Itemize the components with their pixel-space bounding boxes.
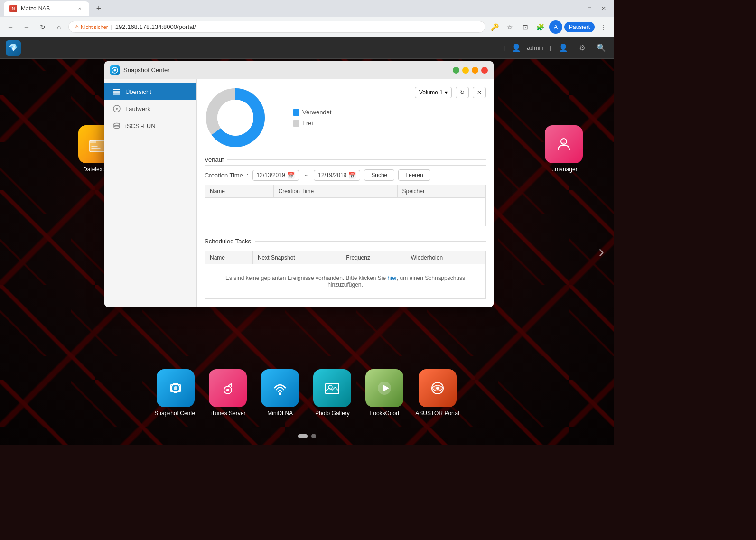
forward-button[interactable]: → [20,20,33,34]
svg-point-52 [217,100,253,136]
calendar-from-icon[interactable]: 📅 [287,172,295,179]
portal-bar: 💎 | 👤 admin | 👤 ⚙ 🔍 [0,37,614,59]
page-dot-2[interactable] [311,434,316,438]
portal-settings-icon[interactable]: ⚙ [576,41,589,55]
snapshot-title-icon [110,65,120,75]
scheduled-header: Scheduled Tasks [205,234,486,247]
window-close-button[interactable]: ✕ [597,2,610,15]
tab-close-button[interactable]: × [76,5,84,12]
paused-button[interactable]: Pausiert [564,22,595,32]
portal-search-icon[interactable]: 🔍 [595,41,608,55]
app-label-snapshot: Snapshot Center [154,410,197,417]
donut-chart [205,87,266,149]
svg-point-49 [114,126,120,129]
snapshot-body: Übersicht Laufwerk iSCSI-L [104,79,494,307]
svg-rect-41 [113,89,120,90]
browser-window: N Matze-NAS × + — □ ✕ ← → ↻ ⌂ ⚠ Nicht si… [0,0,614,445]
tab-favicon: N [9,5,17,12]
svg-point-45 [116,108,118,110]
extensions-button[interactable]: 🧩 [534,20,547,34]
reload-button[interactable]: ↻ [36,20,49,34]
app-img-photo [313,369,351,407]
volume-select[interactable]: Volume 1 ▾ [415,87,452,98]
refresh-button[interactable]: ↻ [456,87,469,98]
app-label-manager: ...manager [550,166,577,173]
verlauf-empty-row [205,198,486,226]
middle-app-row-right: ...manager [542,125,585,173]
window-controls: — □ ✕ [569,2,610,15]
iscsi-icon [112,121,121,130]
app-icon-dlna[interactable]: MiniDLNA [259,369,301,417]
sched-col-name: Name [205,251,253,264]
portal-user-section: | 👤 admin | 👤 ⚙ 🔍 [504,41,608,55]
app-icon-asustor[interactable]: ASUSTOR Portal [415,369,459,417]
traffic-light-yellow[interactable] [462,67,469,74]
app-icon-photo[interactable]: Photo Gallery [311,369,354,417]
legend-free: Frei [293,120,331,127]
browser-addressbar: ← → ↻ ⌂ ⚠ Nicht sicher | 192.168.178.134… [0,17,614,37]
back-button[interactable]: ← [4,20,17,34]
window-minimize-button[interactable]: — [569,2,581,15]
svg-point-32 [279,392,281,395]
window-maximize-button[interactable]: □ [583,2,596,15]
home-button[interactable]: ⌂ [52,20,65,34]
svg-rect-42 [113,91,120,93]
user-avatar[interactable]: A [549,20,562,34]
close-chart-button[interactable]: ✕ [473,87,486,98]
calendar-to-icon[interactable]: 📅 [348,172,356,179]
verlauf-section: Verlauf Creation Time: 12/13/2019 📅 ~ [205,152,486,226]
portal-user-icon[interactable]: 👤 [557,41,570,55]
svg-point-40 [114,69,116,71]
app-icon-itunes[interactable]: iTunes Server [206,369,249,417]
snapshot-center-window: Snapshot Center [104,61,494,307]
traffic-light-green[interactable] [453,67,459,74]
volume-dropdown-arrow: ▾ [445,89,448,96]
date-to-input[interactable]: 12/19/2019 📅 [314,170,360,181]
date-from-input[interactable]: 12/13/2019 📅 [252,170,299,181]
scheduled-table: Name Next Snapshot Frequenz Wiederholen [205,251,486,299]
bookmark-button[interactable]: ☆ [504,20,517,34]
app-icon-manager[interactable]: ...manager [542,125,585,173]
chart-legend: Verwendet Frei [293,109,331,127]
sidebar-item-laufwerk[interactable]: Laufwerk [104,100,196,117]
window-traffic-lights [453,67,488,74]
app-icon-looksgood[interactable]: LooksGood [363,369,406,417]
snapshot-main-content: Verwendet Frei [197,79,494,307]
new-tab-button[interactable]: + [92,2,105,15]
cast-button[interactable]: ⊡ [519,20,532,34]
svg-point-38 [436,387,439,390]
address-bar[interactable]: ⚠ Nicht sicher | 192.168.178.134:8000/po… [68,21,485,33]
clear-button[interactable]: Leeren [398,169,430,181]
key-icon[interactable]: 🔑 [488,20,502,34]
app-icon-snapshot[interactable]: Snapshot Center [154,369,197,417]
svg-point-25 [174,386,177,390]
security-warning: ⚠ Nicht sicher [75,24,108,30]
sidebar-label-laufwerk: Laufwerk [125,105,150,112]
traffic-light-red[interactable] [481,67,488,74]
admin-label: admin [527,44,543,51]
empty-msg-pre: Es sind keine geplanten Ereignisse vorha… [225,275,388,281]
empty-msg-link[interactable]: hier [388,275,397,281]
search-button[interactable]: Suche [364,169,394,181]
browser-tab[interactable]: N Matze-NAS × [4,1,89,16]
legend-label-free: Frei [302,120,313,127]
sidebar-item-ubersicht[interactable]: Übersicht [104,83,196,100]
sched-col-repeat: Wiederholen [406,251,485,264]
traffic-light-orange[interactable] [472,67,478,74]
col-name: Name [205,185,274,198]
verlauf-divider [227,159,486,160]
sidebar-item-iscsi[interactable]: iSCSI-LUN [104,117,196,134]
app-label-photo: Photo Gallery [315,410,350,417]
verlauf-table: Name Creation Time Speicher [205,185,486,226]
chart-controls: Volume 1 ▾ ↻ ✕ [415,87,486,98]
app-img-looksgood [365,369,403,407]
menu-button[interactable]: ⋮ [597,20,610,34]
next-page-arrow[interactable]: › [598,242,604,262]
svg-line-30 [228,383,232,386]
page-dot-1[interactable] [298,434,308,438]
sidebar-label-iscsi: iSCSI-LUN [125,122,156,130]
col-creation-time: Creation Time [273,185,397,198]
app-img-snapshot [157,369,195,407]
tab-title: Matze-NAS [21,5,50,12]
svg-rect-43 [113,93,120,95]
